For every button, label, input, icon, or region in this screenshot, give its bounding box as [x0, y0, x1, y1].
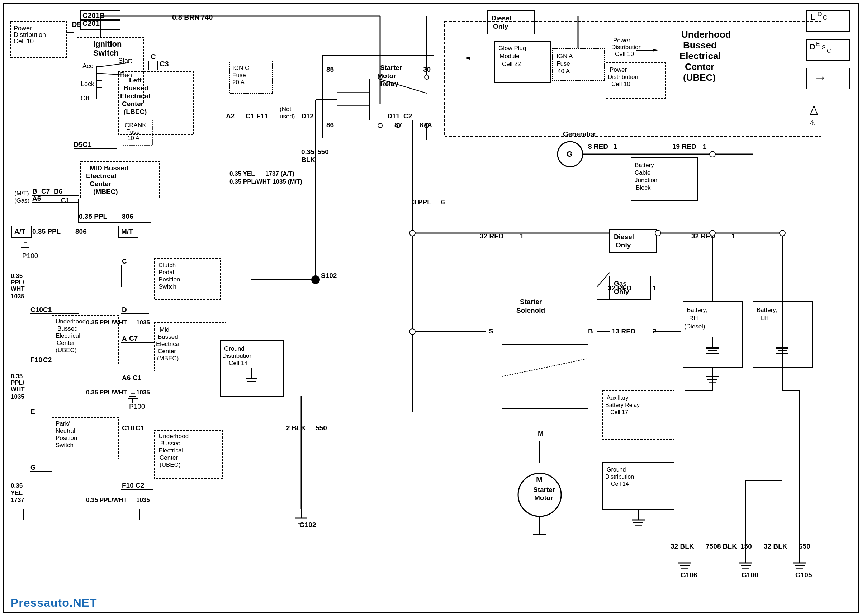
svg-point-392	[410, 230, 415, 236]
svg-text:Center: Center	[158, 348, 176, 355]
svg-text:Switch: Switch	[56, 442, 74, 449]
svg-text:Distribution: Distribution	[222, 352, 253, 359]
svg-text:Ground: Ground	[607, 467, 626, 473]
svg-text:2 BLK: 2 BLK	[286, 424, 306, 432]
svg-text:S: S	[489, 327, 493, 335]
svg-text:D11: D11	[387, 112, 400, 120]
svg-text:P100: P100	[129, 403, 145, 410]
svg-text:Only: Only	[615, 241, 631, 249]
svg-text:A6: A6	[32, 195, 41, 202]
svg-text:Glow Plug: Glow Plug	[498, 45, 526, 52]
svg-text:E: E	[816, 41, 820, 47]
svg-text:Cell 14: Cell 14	[229, 360, 248, 366]
svg-text:806: 806	[122, 213, 133, 220]
svg-text:(LBEC): (LBEC)	[124, 108, 147, 115]
svg-text:C2: C2	[43, 356, 52, 364]
svg-text:Electrical: Electrical	[120, 92, 151, 100]
svg-text:Battery,: Battery,	[687, 306, 707, 313]
svg-text:D5: D5	[74, 141, 83, 148]
svg-text:Power: Power	[613, 37, 631, 44]
svg-text:(MBEC): (MBEC)	[93, 188, 118, 195]
svg-text:Block: Block	[636, 184, 651, 191]
svg-text:1035: 1035	[136, 319, 150, 326]
svg-text:G102: G102	[299, 521, 316, 528]
svg-text:8 BLK: 8 BLK	[717, 542, 737, 550]
svg-text:G: G	[30, 464, 36, 471]
svg-text:L: L	[810, 13, 815, 22]
watermark: Pressauto.NET	[11, 596, 97, 610]
svg-text:0.35 PPL: 0.35 PPL	[32, 228, 61, 235]
svg-text:C10: C10	[30, 306, 43, 313]
svg-text:0.8 BRN: 0.8 BRN	[172, 13, 200, 21]
svg-text:806: 806	[75, 228, 87, 235]
svg-text:1: 1	[703, 143, 707, 150]
svg-text:Ignition: Ignition	[93, 39, 122, 49]
svg-text:1035: 1035	[11, 293, 24, 300]
svg-text:D12: D12	[301, 112, 314, 120]
svg-text:19 RED: 19 RED	[672, 143, 696, 150]
svg-text:A6: A6	[122, 374, 130, 382]
svg-text:Center: Center	[89, 180, 111, 187]
svg-text:WHT: WHT	[11, 285, 25, 292]
svg-text:C1: C1	[82, 141, 92, 148]
svg-text:(Not: (Not	[279, 106, 291, 113]
svg-text:13 RED: 13 RED	[612, 327, 636, 335]
svg-text:Cable: Cable	[635, 169, 650, 176]
svg-text:Left: Left	[129, 76, 142, 84]
svg-text:Pedal: Pedal	[159, 269, 174, 276]
svg-text:MID Bussed: MID Bussed	[89, 164, 129, 172]
svg-text:F11: F11	[256, 112, 268, 120]
svg-text:D: D	[810, 42, 815, 51]
svg-text:used): used)	[279, 113, 295, 120]
svg-text:C3: C3	[160, 60, 169, 68]
svg-text:C2: C2	[135, 482, 144, 489]
svg-text:→: →	[814, 70, 826, 84]
svg-text:Underhood: Underhood	[159, 433, 188, 440]
svg-text:1: 1	[653, 284, 656, 292]
svg-point-397	[710, 151, 715, 157]
svg-text:C1: C1	[43, 306, 52, 313]
svg-text:Electrical: Electrical	[86, 172, 116, 180]
svg-text:C1: C1	[135, 424, 144, 432]
svg-text:Center: Center	[57, 339, 75, 346]
svg-text:Fuse: Fuse	[556, 60, 570, 67]
svg-text:BLK: BLK	[301, 156, 315, 163]
svg-point-396	[780, 230, 785, 236]
svg-text:(MBEC): (MBEC)	[157, 355, 179, 362]
svg-text:Bussed: Bussed	[57, 325, 78, 332]
svg-text:PPL/: PPL/	[11, 379, 24, 386]
svg-text:Auxillary: Auxillary	[607, 395, 628, 401]
svg-text:(Gas): (Gas)	[14, 197, 30, 204]
svg-text:C7: C7	[41, 187, 50, 195]
svg-text:P100: P100	[22, 252, 38, 259]
svg-text:G: G	[567, 149, 573, 159]
svg-text:C: C	[827, 48, 831, 54]
svg-text:Underhood: Underhood	[681, 29, 731, 40]
svg-text:Fuse: Fuse	[232, 72, 246, 79]
svg-text:650: 650	[799, 542, 810, 550]
svg-text:Electrical: Electrical	[159, 447, 183, 454]
svg-text:Electrical: Electrical	[56, 332, 80, 339]
svg-text:Battery,: Battery,	[757, 306, 777, 313]
svg-text:A2: A2	[226, 112, 234, 120]
svg-text:F10: F10	[122, 482, 134, 489]
svg-text:Battery: Battery	[635, 162, 654, 168]
svg-text:0.35: 0.35	[11, 373, 23, 380]
svg-text:Starter: Starter	[520, 298, 542, 305]
svg-text:1035: 1035	[11, 393, 24, 400]
svg-text:G106: G106	[681, 571, 697, 579]
svg-text:CRANK: CRANK	[125, 122, 146, 129]
svg-text:Cell 14: Cell 14	[611, 481, 629, 487]
svg-text:G100: G100	[741, 571, 758, 579]
svg-text:M: M	[536, 475, 543, 484]
svg-text:Park/: Park/	[56, 420, 70, 427]
svg-text:M/T: M/T	[121, 228, 133, 235]
svg-text:6: 6	[441, 198, 445, 206]
svg-text:A/T: A/T	[14, 228, 25, 235]
svg-text:0.35 PPL/WHT: 0.35 PPL/WHT	[86, 497, 127, 503]
svg-text:Cell 10: Cell 10	[611, 81, 630, 88]
svg-text:C10: C10	[122, 424, 135, 432]
svg-text:Only: Only	[493, 23, 509, 30]
wiring-svg: Power Distribution Cell 10 D5 C201B C201…	[0, 0, 862, 616]
svg-text:D5: D5	[72, 20, 81, 28]
